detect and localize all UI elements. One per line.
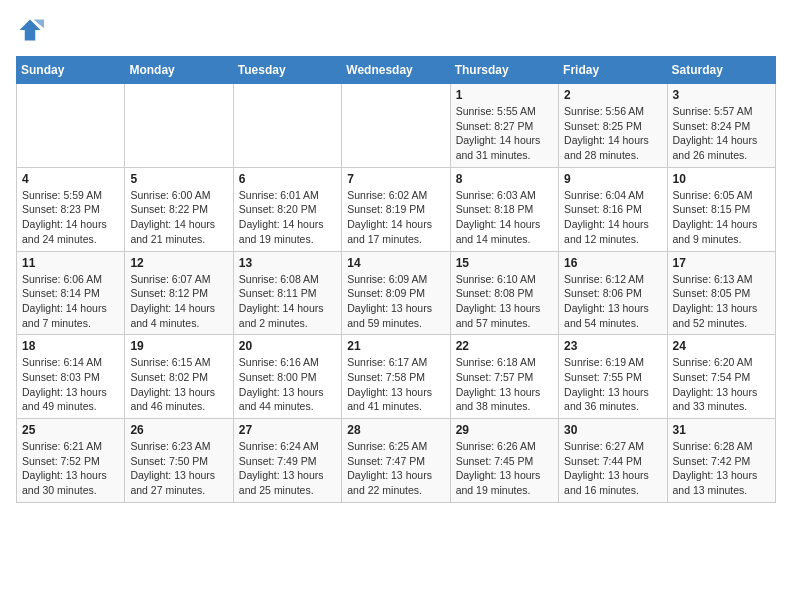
calendar-cell: 25Sunrise: 6:21 AM Sunset: 7:52 PM Dayli… [17, 419, 125, 503]
calendar-header: SundayMondayTuesdayWednesdayThursdayFrid… [17, 57, 776, 84]
calendar-week-row: 18Sunrise: 6:14 AM Sunset: 8:03 PM Dayli… [17, 335, 776, 419]
day-info: Sunrise: 6:13 AM Sunset: 8:05 PM Dayligh… [673, 272, 770, 331]
calendar-cell [17, 84, 125, 168]
day-info: Sunrise: 6:25 AM Sunset: 7:47 PM Dayligh… [347, 439, 444, 498]
day-number: 31 [673, 423, 770, 437]
day-number: 12 [130, 256, 227, 270]
day-number: 23 [564, 339, 661, 353]
day-of-week-header: Monday [125, 57, 233, 84]
day-info: Sunrise: 6:12 AM Sunset: 8:06 PM Dayligh… [564, 272, 661, 331]
calendar-week-row: 11Sunrise: 6:06 AM Sunset: 8:14 PM Dayli… [17, 251, 776, 335]
day-number: 28 [347, 423, 444, 437]
calendar-cell: 2Sunrise: 5:56 AM Sunset: 8:25 PM Daylig… [559, 84, 667, 168]
calendar-cell: 18Sunrise: 6:14 AM Sunset: 8:03 PM Dayli… [17, 335, 125, 419]
day-number: 15 [456, 256, 553, 270]
calendar-cell: 9Sunrise: 6:04 AM Sunset: 8:16 PM Daylig… [559, 167, 667, 251]
day-number: 4 [22, 172, 119, 186]
day-info: Sunrise: 5:56 AM Sunset: 8:25 PM Dayligh… [564, 104, 661, 163]
calendar-cell: 19Sunrise: 6:15 AM Sunset: 8:02 PM Dayli… [125, 335, 233, 419]
day-number: 7 [347, 172, 444, 186]
calendar-cell: 16Sunrise: 6:12 AM Sunset: 8:06 PM Dayli… [559, 251, 667, 335]
calendar-cell: 31Sunrise: 6:28 AM Sunset: 7:42 PM Dayli… [667, 419, 775, 503]
day-of-week-header: Sunday [17, 57, 125, 84]
day-number: 10 [673, 172, 770, 186]
day-info: Sunrise: 6:08 AM Sunset: 8:11 PM Dayligh… [239, 272, 336, 331]
day-number: 22 [456, 339, 553, 353]
calendar-cell: 11Sunrise: 6:06 AM Sunset: 8:14 PM Dayli… [17, 251, 125, 335]
day-info: Sunrise: 6:23 AM Sunset: 7:50 PM Dayligh… [130, 439, 227, 498]
day-info: Sunrise: 6:20 AM Sunset: 7:54 PM Dayligh… [673, 355, 770, 414]
day-info: Sunrise: 6:03 AM Sunset: 8:18 PM Dayligh… [456, 188, 553, 247]
day-info: Sunrise: 6:27 AM Sunset: 7:44 PM Dayligh… [564, 439, 661, 498]
day-number: 16 [564, 256, 661, 270]
day-number: 18 [22, 339, 119, 353]
calendar-cell: 29Sunrise: 6:26 AM Sunset: 7:45 PM Dayli… [450, 419, 558, 503]
calendar-cell: 15Sunrise: 6:10 AM Sunset: 8:08 PM Dayli… [450, 251, 558, 335]
calendar-cell: 17Sunrise: 6:13 AM Sunset: 8:05 PM Dayli… [667, 251, 775, 335]
day-number: 20 [239, 339, 336, 353]
day-info: Sunrise: 6:09 AM Sunset: 8:09 PM Dayligh… [347, 272, 444, 331]
day-info: Sunrise: 6:10 AM Sunset: 8:08 PM Dayligh… [456, 272, 553, 331]
calendar-cell: 7Sunrise: 6:02 AM Sunset: 8:19 PM Daylig… [342, 167, 450, 251]
calendar-cell: 23Sunrise: 6:19 AM Sunset: 7:55 PM Dayli… [559, 335, 667, 419]
day-number: 1 [456, 88, 553, 102]
calendar-week-row: 25Sunrise: 6:21 AM Sunset: 7:52 PM Dayli… [17, 419, 776, 503]
day-of-week-header: Thursday [450, 57, 558, 84]
calendar-table: SundayMondayTuesdayWednesdayThursdayFrid… [16, 56, 776, 503]
calendar-cell: 10Sunrise: 6:05 AM Sunset: 8:15 PM Dayli… [667, 167, 775, 251]
day-of-week-header: Tuesday [233, 57, 341, 84]
day-number: 6 [239, 172, 336, 186]
header-row: SundayMondayTuesdayWednesdayThursdayFrid… [17, 57, 776, 84]
day-number: 21 [347, 339, 444, 353]
day-of-week-header: Saturday [667, 57, 775, 84]
day-info: Sunrise: 6:00 AM Sunset: 8:22 PM Dayligh… [130, 188, 227, 247]
day-info: Sunrise: 6:14 AM Sunset: 8:03 PM Dayligh… [22, 355, 119, 414]
calendar-cell: 12Sunrise: 6:07 AM Sunset: 8:12 PM Dayli… [125, 251, 233, 335]
day-number: 11 [22, 256, 119, 270]
calendar-cell: 6Sunrise: 6:01 AM Sunset: 8:20 PM Daylig… [233, 167, 341, 251]
day-number: 24 [673, 339, 770, 353]
day-info: Sunrise: 6:28 AM Sunset: 7:42 PM Dayligh… [673, 439, 770, 498]
day-info: Sunrise: 6:07 AM Sunset: 8:12 PM Dayligh… [130, 272, 227, 331]
day-info: Sunrise: 5:57 AM Sunset: 8:24 PM Dayligh… [673, 104, 770, 163]
calendar-cell [342, 84, 450, 168]
day-info: Sunrise: 5:55 AM Sunset: 8:27 PM Dayligh… [456, 104, 553, 163]
day-number: 14 [347, 256, 444, 270]
day-number: 27 [239, 423, 336, 437]
day-info: Sunrise: 6:21 AM Sunset: 7:52 PM Dayligh… [22, 439, 119, 498]
calendar-cell: 28Sunrise: 6:25 AM Sunset: 7:47 PM Dayli… [342, 419, 450, 503]
day-number: 5 [130, 172, 227, 186]
day-number: 9 [564, 172, 661, 186]
day-info: Sunrise: 6:01 AM Sunset: 8:20 PM Dayligh… [239, 188, 336, 247]
calendar-cell: 27Sunrise: 6:24 AM Sunset: 7:49 PM Dayli… [233, 419, 341, 503]
calendar-cell: 3Sunrise: 5:57 AM Sunset: 8:24 PM Daylig… [667, 84, 775, 168]
day-info: Sunrise: 6:19 AM Sunset: 7:55 PM Dayligh… [564, 355, 661, 414]
day-info: Sunrise: 6:24 AM Sunset: 7:49 PM Dayligh… [239, 439, 336, 498]
calendar-cell [125, 84, 233, 168]
calendar-cell: 22Sunrise: 6:18 AM Sunset: 7:57 PM Dayli… [450, 335, 558, 419]
calendar-cell: 4Sunrise: 5:59 AM Sunset: 8:23 PM Daylig… [17, 167, 125, 251]
calendar-cell: 1Sunrise: 5:55 AM Sunset: 8:27 PM Daylig… [450, 84, 558, 168]
calendar-week-row: 1Sunrise: 5:55 AM Sunset: 8:27 PM Daylig… [17, 84, 776, 168]
day-number: 26 [130, 423, 227, 437]
day-info: Sunrise: 6:26 AM Sunset: 7:45 PM Dayligh… [456, 439, 553, 498]
logo-icon [16, 16, 44, 44]
calendar-week-row: 4Sunrise: 5:59 AM Sunset: 8:23 PM Daylig… [17, 167, 776, 251]
day-info: Sunrise: 6:17 AM Sunset: 7:58 PM Dayligh… [347, 355, 444, 414]
calendar-cell [233, 84, 341, 168]
day-info: Sunrise: 5:59 AM Sunset: 8:23 PM Dayligh… [22, 188, 119, 247]
calendar-cell: 21Sunrise: 6:17 AM Sunset: 7:58 PM Dayli… [342, 335, 450, 419]
day-info: Sunrise: 6:16 AM Sunset: 8:00 PM Dayligh… [239, 355, 336, 414]
day-of-week-header: Wednesday [342, 57, 450, 84]
day-info: Sunrise: 6:05 AM Sunset: 8:15 PM Dayligh… [673, 188, 770, 247]
day-number: 8 [456, 172, 553, 186]
calendar-cell: 24Sunrise: 6:20 AM Sunset: 7:54 PM Dayli… [667, 335, 775, 419]
page-header [16, 16, 776, 44]
day-number: 2 [564, 88, 661, 102]
logo [16, 16, 48, 44]
day-number: 29 [456, 423, 553, 437]
day-info: Sunrise: 6:04 AM Sunset: 8:16 PM Dayligh… [564, 188, 661, 247]
day-info: Sunrise: 6:06 AM Sunset: 8:14 PM Dayligh… [22, 272, 119, 331]
day-number: 25 [22, 423, 119, 437]
calendar-cell: 26Sunrise: 6:23 AM Sunset: 7:50 PM Dayli… [125, 419, 233, 503]
